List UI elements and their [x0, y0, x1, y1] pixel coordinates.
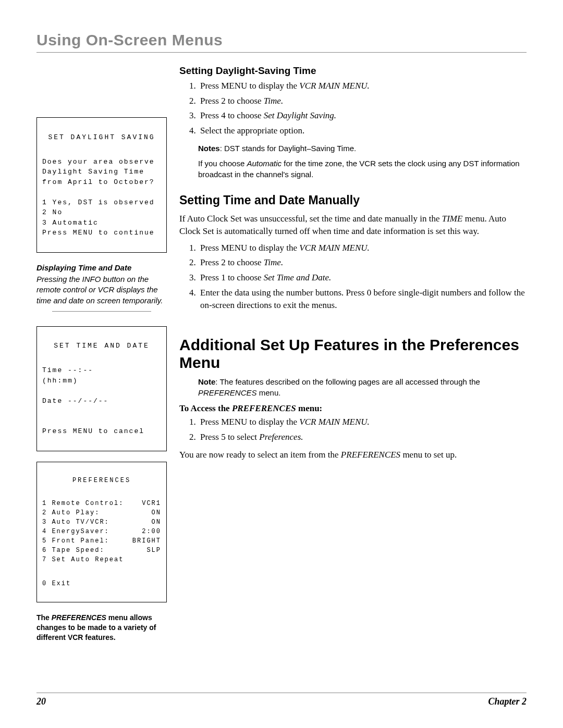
step-pre: Press MENU to display the [200, 81, 299, 91]
osd-pref-value: 2:00 [142, 527, 161, 536]
pref-outro: You are now ready to select an item from… [179, 449, 527, 461]
dst-notes-block: Notes: DST stands for Daylight–Saving Ti… [198, 143, 527, 180]
step-pre: Press 2 to choose [200, 257, 264, 267]
osd-pref-rows: 1 Remote Control:VCR12 Auto Play:ON3 Aut… [42, 499, 161, 564]
dst-note1-text: : DST stands for Daylight–Saving Time. [220, 144, 357, 153]
pref-note-label: Note [198, 377, 215, 386]
dst-steps-list: Press MENU to display the VCR MAIN MENU.… [179, 80, 527, 138]
step-ital: VCR MAIN MENU. [299, 243, 370, 253]
osd-dst-body: Does your area observe Daylight Saving T… [42, 157, 161, 238]
timedate-intro-a: If Auto Clock Set was unsuccessful, set … [179, 214, 442, 224]
osd-pref-row: 1 Remote Control:VCR1 [42, 499, 161, 508]
osd-pref-row: 6 Tape Speed:SLP [42, 546, 161, 555]
osd-pref-label: 2 Auto Play: [42, 508, 100, 517]
access-b: menu: [296, 403, 323, 413]
step-item: Press MENU to display the VCR MAIN MENU. [198, 416, 527, 429]
step-pre: Select the appropriate option. [200, 126, 304, 135]
step-pre: Press 4 to choose [200, 110, 264, 120]
main-column: Setting Daylight-Saving Time Press MENU … [179, 65, 527, 643]
osd-pref-value: ON [152, 517, 161, 527]
step-item: Press 2 to choose Time. [198, 256, 527, 269]
osd-pref-label: 4 EnergySaver: [42, 527, 109, 536]
osd-pref-exit: 0 Exit [42, 579, 161, 588]
osd-pref-label: 7 Set Auto Repeat [42, 555, 124, 564]
step-ital: Preferences. [259, 432, 303, 442]
timedate-steps-list: Press MENU to display the VCR MAIN MENU.… [179, 242, 527, 312]
sidebar-rule [52, 311, 151, 312]
pref-note-ital: PREFERENCES [198, 388, 257, 397]
pref-caption-a: The [36, 613, 52, 622]
chapter-title: Using On-Screen Menus [36, 31, 527, 49]
step-item: Press MENU to display the VCR MAIN MENU. [198, 80, 527, 93]
step-ital: VCR MAIN MENU. [299, 417, 370, 427]
step-item: Press 4 to choose Set Daylight Saving. [198, 109, 527, 122]
step-item: Press MENU to display the VCR MAIN MENU. [198, 242, 527, 255]
step-pre: Enter the data using the number buttons.… [200, 288, 525, 311]
step-ital: VCR MAIN MENU. [299, 81, 370, 91]
pref-outro-b: menu to set up. [400, 450, 457, 460]
osd-preferences-box: PREFERENCES 1 Remote Control:VCR12 Auto … [36, 462, 167, 602]
osd-pref-value: SLP [146, 546, 161, 555]
osd-pref-value: BRIGHT [132, 536, 161, 546]
pref-steps-list: Press MENU to display the VCR MAIN MENU.… [179, 416, 527, 443]
osd-pref-label: 3 Auto TV/VCR: [42, 517, 109, 527]
access-ital: PREFERENCES [232, 403, 296, 413]
osd-daylight-saving-box: SET DAYLIGHT SAVING Does your area obser… [36, 117, 167, 253]
step-item: Select the appropriate option. [198, 125, 527, 138]
pref-access-line: To Access the PREFERENCES menu: [179, 403, 527, 414]
osd-pref-label: 6 Tape Speed: [42, 546, 105, 555]
osd-pref-row: 4 EnergySaver:2:00 [42, 527, 161, 536]
step-item: Press 5 to select Preferences. [198, 431, 527, 444]
osd-pref-value: ON [152, 508, 161, 517]
osd-pref-row: 2 Auto Play:ON [42, 508, 161, 517]
pref-outro-ital: PREFERENCES [341, 450, 400, 460]
sidebar-column: SET DAYLIGHT SAVING Does your area obser… [36, 65, 167, 643]
pref-note-a: : The features described on the followin… [215, 377, 480, 386]
step-ital: Set Time and Date. [264, 273, 331, 282]
osd-pref-label: 5 Front Panel: [42, 536, 109, 546]
dst-note2-ital: Automatic [247, 159, 282, 168]
page: Using On-Screen Menus SET DAYLIGHT SAVIN… [0, 0, 563, 728]
two-column-layout: SET DAYLIGHT SAVING Does your area obser… [36, 65, 527, 643]
timedate-intro: If Auto Clock Set was unsuccessful, set … [179, 213, 527, 238]
step-ital: Time. [264, 96, 283, 106]
step-pre: Press MENU to display the [200, 243, 299, 253]
osd-pref-label: 1 Remote Control: [42, 499, 124, 508]
sidebar-display-text: Pressing the INFO button on the remote c… [36, 274, 167, 306]
dst-note2-a: If you choose [198, 159, 247, 168]
pref-outro-a: You are now ready to select an item from… [179, 450, 341, 460]
osd-pref-row: 5 Front Panel:BRIGHT [42, 536, 161, 546]
notes-label: Notes [198, 144, 220, 153]
osd-pref-title: PREFERENCES [42, 476, 161, 485]
step-pre: Press 2 to choose [200, 96, 264, 106]
timedate-intro-ital: TIME [442, 214, 463, 224]
step-item: Press 1 to choose Set Time and Date. [198, 272, 527, 285]
timedate-heading: Setting Time and Date Manually [179, 193, 527, 208]
step-pre: Press 5 to select [200, 432, 259, 442]
step-item: Press 2 to choose Time. [198, 95, 527, 108]
osd-pref-row: 3 Auto TV/VCR:ON [42, 517, 161, 527]
sidebar-pref-caption: The PREFERENCES menu allows changes to b… [36, 613, 167, 643]
page-number: 20 [36, 696, 46, 707]
page-footer: 20 Chapter 2 [36, 693, 527, 707]
dst-note-2: If you choose Automatic for the time zon… [198, 158, 527, 180]
pref-caption-ital: PREFERENCES [52, 613, 106, 622]
osd-time-title: SET TIME AND DATE [42, 341, 161, 351]
pref-note-block: Note: The features described on the foll… [198, 376, 527, 398]
step-pre: Press 1 to choose [200, 273, 264, 282]
osd-dst-title: SET DAYLIGHT SAVING [42, 132, 161, 143]
osd-pref-value: VCR1 [142, 499, 161, 508]
osd-time-date-box: SET TIME AND DATE Time --:-- (hh:mm) Dat… [36, 326, 167, 452]
pref-heading: Additional Set Up Features in the Prefer… [179, 336, 527, 372]
access-a: To Access the [179, 403, 232, 413]
pref-note-b: menu. [257, 388, 281, 397]
footer-chapter: Chapter 2 [488, 696, 527, 707]
step-item: Enter the data using the number buttons.… [198, 287, 527, 312]
dst-heading: Setting Daylight-Saving Time [179, 65, 527, 77]
dst-note-1: Notes: DST stands for Daylight–Saving Ti… [198, 143, 527, 154]
title-rule [36, 52, 527, 53]
step-ital: Set Daylight Saving. [264, 110, 336, 120]
sidebar-display-heading: Displaying Time and Date [36, 263, 167, 272]
osd-pref-row: 7 Set Auto Repeat [42, 555, 161, 564]
step-ital: Time. [264, 257, 283, 267]
